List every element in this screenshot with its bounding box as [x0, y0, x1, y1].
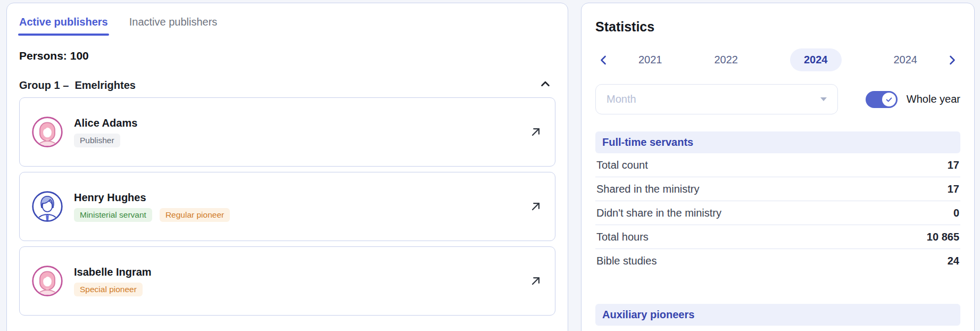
stat-label: Didn't share in the ministry	[596, 207, 721, 219]
role-badge: Publisher	[74, 134, 120, 147]
badges: Ministerial servant Regular pioneer	[74, 208, 230, 222]
person-name: Isabelle Ingram	[74, 266, 152, 278]
stat-row: Total count 17	[595, 153, 960, 177]
month-select[interactable]: Month	[595, 84, 838, 114]
statistics-panel: Statistics 2021 2022 2024 2024 Month	[581, 3, 975, 331]
app-root: Active publishers Inactive publishers Pe…	[0, 0, 980, 331]
stat-value: 0	[953, 207, 959, 219]
role-badge: Regular pioneer	[160, 208, 230, 222]
role-badge: Ministerial servant	[74, 208, 152, 222]
chevron-left-icon[interactable]	[595, 51, 612, 70]
role-badge: Special pioneer	[74, 283, 143, 296]
stat-row: Bible studies 24	[595, 249, 960, 273]
year-list: 2021 2022 2024 2024	[612, 48, 943, 71]
open-person-icon[interactable]	[529, 274, 543, 288]
stat-row: Total hours 10 865	[595, 225, 960, 249]
person-name: Henry Hughes	[74, 192, 230, 204]
publisher-tabs: Active publishers Inactive publishers	[19, 16, 555, 36]
person-info: Henry Hughes Ministerial servant Regular…	[74, 192, 230, 222]
person-card[interactable]: Alice Adams Publisher	[19, 97, 555, 167]
section-full-time-servants: Full-time servants	[595, 131, 960, 153]
year-option[interactable]: 2022	[715, 48, 738, 71]
publishers-panel: Active publishers Inactive publishers Pe…	[6, 3, 568, 331]
whole-year-toggle[interactable]	[866, 91, 898, 108]
month-select-placeholder: Month	[607, 93, 636, 105]
whole-year-label: Whole year	[907, 93, 960, 105]
persons-count: Persons: 100	[19, 49, 555, 62]
group-header[interactable]: Group 1 – Emelrightes	[19, 78, 555, 92]
year-navigation: 2021 2022 2024 2024	[595, 48, 960, 71]
check-circle-icon	[882, 93, 896, 106]
statistics-title: Statistics	[595, 19, 960, 35]
section-auxiliary-pioneers: Auxiliary pioneers	[595, 304, 960, 326]
badges: Special pioneer	[74, 283, 152, 296]
group-title: Group 1 – Emelrightes	[19, 79, 136, 92]
person-card[interactable]: Isabelle Ingram Special pioneer	[19, 246, 555, 316]
full-time-stats-table: Total count 17 Shared in the ministry 17…	[595, 153, 960, 273]
year-option[interactable]: 2024	[894, 48, 918, 71]
stat-value: 24	[948, 255, 959, 267]
chevron-right-icon[interactable]	[943, 51, 960, 70]
stat-value: 10 865	[927, 231, 959, 243]
open-person-icon[interactable]	[529, 125, 543, 139]
caret-down-icon	[820, 97, 827, 101]
stat-row: Shared in the ministry 17	[595, 177, 960, 201]
stat-label: Bible studies	[596, 255, 657, 267]
tab-active-publishers[interactable]: Active publishers	[19, 16, 108, 36]
period-controls: Month Whole year	[595, 84, 960, 114]
tab-inactive-publishers[interactable]: Inactive publishers	[129, 16, 218, 36]
chevron-up-icon[interactable]	[539, 78, 551, 92]
person-info: Alice Adams Publisher	[74, 117, 137, 147]
stat-value: 17	[948, 183, 959, 195]
person-info: Isabelle Ingram Special pioneer	[74, 266, 152, 296]
stat-label: Total count	[596, 159, 648, 171]
year-option-selected[interactable]: 2024	[790, 48, 842, 71]
stat-value: 17	[948, 159, 959, 171]
female-avatar-icon	[32, 117, 63, 147]
stat-label: Shared in the ministry	[596, 183, 699, 195]
year-option[interactable]: 2021	[638, 48, 662, 71]
male-avatar-icon	[32, 191, 63, 222]
female-avatar-icon	[32, 266, 63, 296]
stat-row: Didn't share in the ministry 0	[595, 201, 960, 225]
person-card[interactable]: Henry Hughes Ministerial servant Regular…	[19, 172, 555, 241]
badges: Publisher	[74, 134, 137, 147]
person-name: Alice Adams	[74, 117, 137, 129]
stat-label: Total hours	[596, 231, 649, 243]
open-person-icon[interactable]	[529, 200, 543, 213]
